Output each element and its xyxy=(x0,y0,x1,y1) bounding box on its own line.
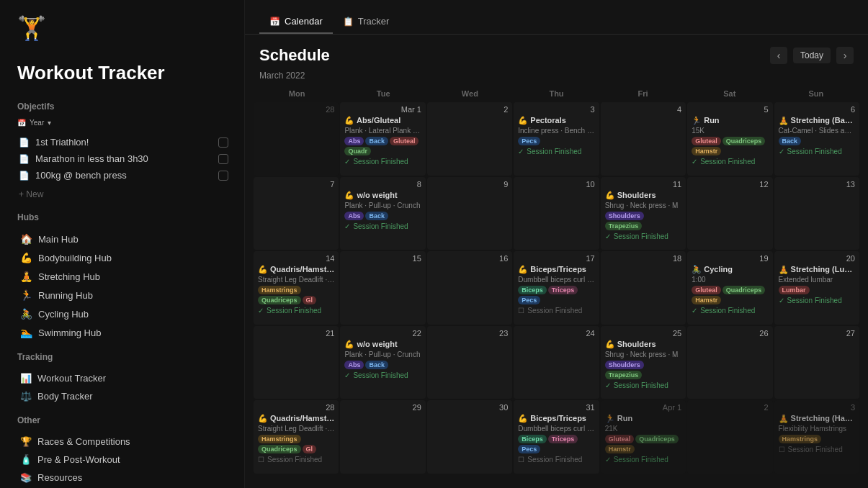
cell-date: 19 xyxy=(692,254,768,263)
cal-cell-mar1[interactable]: Mar 1 💪 Abs/Gluteal Plank · Lateral Plan… xyxy=(340,102,425,176)
year-filter[interactable]: 📅 Year ▾ xyxy=(17,119,230,127)
cal-cell-mar31[interactable]: 31 💪 Biceps/Triceps Dumbbell biceps curl… xyxy=(514,400,599,474)
sidebar-item-main-hub[interactable]: 🏠 Main Hub xyxy=(17,230,230,248)
sidebar-item-races[interactable]: 🏆 Races & Competitions xyxy=(17,433,230,451)
logo-icon: 🏋️ xyxy=(17,15,46,41)
cal-cell-mar10[interactable]: 10 xyxy=(514,177,599,250)
session-status: ✓Session Finished xyxy=(779,148,855,155)
new-objective-link[interactable]: + New xyxy=(17,188,230,201)
swimming-icon: 🏊 xyxy=(20,327,32,338)
doc-icon: 📄 xyxy=(19,154,30,164)
cal-cell-mar18[interactable]: 18 xyxy=(601,251,686,325)
day-label-thu: Thu xyxy=(513,86,599,101)
calendar-tab-label: Calendar xyxy=(285,16,323,27)
session-status: ☐Session Finished xyxy=(258,456,334,464)
session-status: ✓Session Finished xyxy=(605,232,681,240)
cal-cell-mar11[interactable]: 11 💪 Shoulders Shrug · Neck press · M Sh… xyxy=(601,177,686,250)
sidebar-item-cycling-hub[interactable]: 🚴 Cycling Hub xyxy=(17,304,230,323)
cal-cell-apr2[interactable]: 2 xyxy=(687,400,772,474)
session-status: ✓Session Finished xyxy=(605,381,681,389)
main-content: 📅 Calendar 📋 Tracker Schedule ‹ Today › … xyxy=(245,0,868,488)
tab-tracker[interactable]: 📋 Tracker xyxy=(333,10,400,34)
today-button[interactable]: Today xyxy=(793,48,831,63)
workout-name: 🧘 Stretching (Hamstrings) xyxy=(779,414,855,423)
sidebar-item-bodybuilding-hub[interactable]: 💪 Bodybuilding Hub xyxy=(17,248,230,267)
cal-cell-mar26[interactable]: 26 xyxy=(687,326,772,399)
tag: Quadriceps xyxy=(722,137,766,145)
cal-cell-mar30[interactable]: 30 xyxy=(427,400,512,474)
cal-cell-mar9[interactable]: 9 xyxy=(427,177,512,250)
objective-item: 📄 100kg @ bench press xyxy=(17,167,230,184)
tag: Trapezius xyxy=(605,222,643,230)
cell-date: 2 xyxy=(431,105,508,114)
cal-cell-mar29[interactable]: 29 xyxy=(340,400,425,474)
cal-cell-mar2[interactable]: 2 xyxy=(427,102,512,176)
cell-date: 22 xyxy=(344,329,421,338)
cal-cell-mar4[interactable]: 4 xyxy=(601,102,686,176)
cal-cell-mar19[interactable]: 19 🚴 Cycling 1:00 Gluteal Quadriceps Ham… xyxy=(687,251,772,325)
tag: Gl xyxy=(303,445,317,453)
cell-date: Mar 1 xyxy=(344,105,421,114)
workout-exercises: 21K xyxy=(605,425,681,433)
cal-cell-mar8[interactable]: 8 💪 w/o weight Plank · Pull-up · Crunch … xyxy=(340,177,425,250)
cal-cell-feb28[interactable]: 28 xyxy=(254,102,339,176)
sidebar-item-workout-tracker[interactable]: 📊 Workout Tracker xyxy=(17,369,230,387)
workout-tags: Biceps Triceps Pecs xyxy=(518,435,594,453)
workout-tags: Pecs xyxy=(518,137,594,145)
cal-cell-mar23[interactable]: 23 xyxy=(427,326,512,399)
next-button[interactable]: › xyxy=(836,47,854,64)
cell-date: 6 xyxy=(779,105,855,114)
tag: Gl xyxy=(303,296,317,304)
tracking-label: Body Tracker xyxy=(37,391,93,402)
sidebar-item-pre-post[interactable]: 🧴 Pre & Post-Workout xyxy=(17,451,230,469)
objective-checkbox[interactable] xyxy=(218,171,228,181)
cal-cell-mar14[interactable]: 14 💪 Quadris/Hamstrings Straight Leg Dea… xyxy=(254,251,339,325)
cal-cell-mar13[interactable]: 13 xyxy=(774,177,859,250)
tag: Biceps xyxy=(518,286,547,294)
cal-cell-mar3[interactable]: 3 💪 Pectorals Incline press · Bench · D … xyxy=(514,102,599,176)
sidebar-item-body-tracker[interactable]: ⚖️ Body Tracker xyxy=(17,387,230,405)
sidebar-item-swimming-hub[interactable]: 🏊 Swimming Hub xyxy=(17,323,230,342)
cal-cell-mar24[interactable]: 24 xyxy=(514,326,599,399)
cell-date: 7 xyxy=(258,180,334,189)
chart-icon: 📊 xyxy=(20,373,32,384)
objective-label: Marathon in less than 3h30 xyxy=(35,153,148,164)
cell-date: 2 xyxy=(692,403,768,412)
cal-cell-mar20[interactable]: 20 🧘 Stretching (Lumbar) Extended lumbar… xyxy=(774,251,859,325)
cal-cell-mar16[interactable]: 16 xyxy=(427,251,512,325)
cal-cell-mar17[interactable]: 17 💪 Biceps/Triceps Dumbbell biceps curl… xyxy=(514,251,599,325)
cal-cell-mar22[interactable]: 22 💪 w/o weight Plank · Pull-up · Crunch… xyxy=(340,326,425,399)
cal-cell-mar5[interactable]: 5 🏃 Run 15K Gluteal Quadriceps Hamstr ✓S… xyxy=(687,102,772,176)
cal-cell-mar21[interactable]: 21 xyxy=(254,326,339,399)
cal-cell-mar28[interactable]: 28 💪 Quadris/Hamstrings Straight Leg Dea… xyxy=(254,400,339,474)
workout-exercises: Cat-Camel · Slides against xyxy=(779,127,855,135)
objective-label: 1st Triathlon! xyxy=(35,137,89,148)
tag: Gluteal xyxy=(390,137,419,145)
cal-cell-mar7[interactable]: 7 xyxy=(254,177,339,250)
workout-name: 🧘 Stretching (Lumbar) xyxy=(779,265,855,274)
tag: Hamstr xyxy=(605,445,635,453)
sidebar-item-running-hub[interactable]: 🏃 Running Hub xyxy=(17,286,230,304)
chevron-down-icon: ▾ xyxy=(48,119,51,127)
app-title: Workout Tracker xyxy=(17,62,230,84)
sidebar-item-stretching-hub[interactable]: 🧘 Stretching Hub xyxy=(17,267,230,286)
prev-button[interactable]: ‹ xyxy=(770,47,787,64)
tag: Gluteal xyxy=(605,435,635,443)
cell-date: 3 xyxy=(779,403,855,412)
objective-checkbox[interactable] xyxy=(218,137,228,148)
cal-cell-apr3[interactable]: 3 🧘 Stretching (Hamstrings) Flexibility … xyxy=(774,400,859,474)
month-label: March 2022 xyxy=(245,71,868,86)
cal-cell-mar27[interactable]: 27 xyxy=(774,326,859,399)
session-status: ✓Session Finished xyxy=(344,158,421,166)
cell-date: 15 xyxy=(344,254,421,263)
cal-cell-mar6[interactable]: 6 🧘 Stretching (Back) Cat-Camel · Slides… xyxy=(774,102,859,176)
cal-cell-mar12[interactable]: 12 xyxy=(687,177,772,250)
hub-label: Running Hub xyxy=(38,290,93,301)
cal-cell-mar15[interactable]: 15 xyxy=(340,251,425,325)
sidebar-item-resources[interactable]: 📚 Resources xyxy=(17,469,230,487)
tab-calendar[interactable]: 📅 Calendar xyxy=(259,10,333,34)
cal-cell-apr1[interactable]: Apr 1 🏃 Run 21K Gluteal Quadriceps Hamst… xyxy=(601,400,686,474)
tag: Shoulders xyxy=(605,361,644,369)
objective-checkbox[interactable] xyxy=(218,154,228,164)
cal-cell-mar25[interactable]: 25 💪 Shoulders Shrug · Neck press · M Sh… xyxy=(601,326,686,399)
